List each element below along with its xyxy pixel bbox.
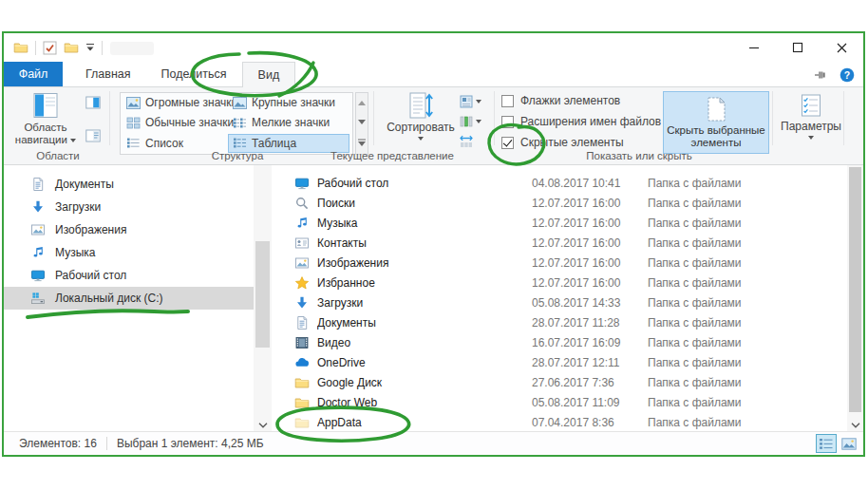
ribbon-group-separator (373, 91, 374, 145)
selection-info: Выбран 1 элемент: 4,25 МБ (117, 437, 264, 450)
folder-icon[interactable] (13, 40, 28, 55)
tab-file[interactable]: Файл (4, 62, 63, 86)
sidebar-item-icon (30, 291, 46, 306)
options-button[interactable]: Параметры (781, 93, 841, 140)
layout-option[interactable]: Крупные значки (228, 93, 349, 112)
items-count: Элементов: 16 (19, 437, 97, 450)
pin-ribbon-icon[interactable] (814, 69, 828, 81)
file-date-modified: 04.08.2017 10:41 (532, 177, 648, 190)
group-by-icon (460, 95, 473, 108)
gallery-more-icon[interactable] (358, 139, 366, 146)
size-columns-icon (459, 135, 474, 148)
minimize-icon (748, 42, 760, 53)
filelist-scrollbar[interactable] (847, 165, 863, 431)
file-icon (294, 196, 310, 211)
navigation-pane: Документы Загрузки Изображения Музыка Ра… (4, 165, 254, 431)
file-type: Папка с файлами (648, 217, 742, 230)
file-row[interactable]: Документы 28.07.2017 11:28 Папка с файла… (272, 312, 847, 332)
tab-share[interactable]: Поделиться (146, 62, 242, 86)
file-date-modified: 07.04.2017 8:36 (532, 416, 648, 429)
tab-view[interactable]: Вид (242, 62, 296, 87)
sort-by-button[interactable]: Сортировать (384, 91, 458, 141)
file-type: Папка с файлами (648, 177, 742, 190)
ribbon-checkbox[interactable]: Флажки элементов (501, 90, 661, 111)
checkbox-icon[interactable] (501, 137, 514, 149)
minimize-button[interactable] (732, 33, 776, 62)
add-columns-button[interactable] (460, 115, 481, 128)
gallery-scroll-up-icon[interactable] (358, 101, 366, 105)
chevron-down-icon[interactable] (258, 423, 268, 428)
chevron-down-icon[interactable] (851, 423, 860, 428)
file-row[interactable]: Видео 16.07.2017 16:09 Папка с файлами (272, 332, 847, 352)
maximize-button[interactable] (776, 33, 820, 62)
gallery-scroll-down-icon[interactable] (358, 120, 366, 124)
sidebar-item[interactable]: Загрузки (4, 196, 254, 218)
layout-option[interactable]: Мелкие значки (228, 113, 349, 132)
layout-option-icon (233, 137, 247, 149)
file-type: Папка с файлами (648, 276, 742, 290)
file-icon (294, 295, 310, 311)
sidebar-scrollbar-thumb[interactable] (255, 241, 270, 348)
sidebar-item[interactable]: Изображения (4, 218, 254, 241)
layout-option[interactable]: Огромные значки (122, 93, 228, 112)
layout-gallery: Огромные значки Крупные значки Обычные з… (120, 92, 353, 155)
folder-icon[interactable] (64, 40, 79, 55)
details-pane-icon[interactable] (85, 129, 101, 142)
file-row[interactable]: Поиски 12.07.2017 16:00 Папка с файлами (272, 193, 847, 213)
ribbon-corner-buttons: ? (814, 62, 855, 87)
layout-option-icon (126, 97, 141, 109)
options-icon (801, 93, 821, 118)
layout-option-label: Таблица (252, 137, 296, 150)
filelist-scrollbar-thumb[interactable] (849, 167, 861, 412)
sort-icon (408, 91, 433, 120)
file-row[interactable]: OneDrive 28.07.2017 12:11 Папка с файлам… (272, 352, 847, 372)
group-label-show-hide: Показать или скрыть (586, 150, 692, 161)
svg-text:?: ? (844, 68, 850, 80)
close-button[interactable] (820, 33, 863, 62)
size-columns-button[interactable] (459, 135, 474, 148)
sidebar-item[interactable]: Документы (4, 173, 254, 196)
sidebar-item-icon (30, 268, 46, 283)
content-area: Документы Загрузки Изображения Музыка Ра… (4, 165, 863, 431)
file-row[interactable]: AppData 07.04.2017 8:36 Папка с файлами (272, 412, 847, 431)
layout-option[interactable]: Обычные значки (122, 113, 228, 132)
file-row[interactable]: Музыка 12.07.2017 16:00 Папка с файлами (272, 213, 847, 233)
quick-access-toolbar (13, 40, 103, 55)
thumbnails-view-button[interactable] (839, 434, 859, 453)
file-name: Doctor Web (317, 396, 532, 409)
checkbox-check-icon[interactable] (43, 41, 57, 55)
sidebar-scrollbar[interactable] (254, 165, 272, 431)
sidebar-item-label: Изображения (55, 223, 126, 236)
file-row[interactable]: Google Диск 27.06.2017 7:36 Папка с файл… (272, 372, 847, 392)
checkbox-icon[interactable] (501, 95, 514, 107)
navigation-pane-button[interactable]: Область навигации (11, 91, 80, 146)
dropdown-arrow-icon (476, 120, 481, 123)
file-row[interactable]: Загрузки 05.08.2017 14:33 Папка с файлам… (272, 292, 847, 312)
file-icon (294, 375, 310, 390)
tab-home[interactable]: Главная (70, 62, 146, 86)
help-icon[interactable]: ? (840, 67, 855, 83)
file-date-modified: 12.07.2017 16:00 (532, 197, 648, 210)
ribbon-checkbox[interactable]: Расширения имен файлов (501, 111, 661, 132)
sidebar-item[interactable]: Рабочий стол (4, 264, 254, 287)
group-by-button[interactable] (460, 95, 481, 108)
file-name: Изображения (317, 256, 532, 270)
file-type: Папка с файлами (648, 256, 742, 270)
checkbox-icon[interactable] (501, 116, 514, 128)
hide-selected-button[interactable]: Скрыть выбранные элементы (663, 91, 769, 154)
file-row[interactable]: Рабочий стол 04.08.2017 10:41 Папка с фа… (272, 173, 847, 193)
qat-chevron-icon[interactable] (85, 43, 95, 52)
sidebar-item-label: Музыка (55, 246, 95, 259)
file-row[interactable]: Doctor Web 05.08.2017 11:09 Папка с файл… (272, 392, 847, 412)
file-date-modified: 05.08.2017 14:33 (532, 296, 648, 310)
preview-pane-icon[interactable] (85, 96, 101, 109)
sidebar-item[interactable]: Локальный диск (C:) (4, 287, 254, 310)
show-hide-checkboxes: Флажки элементов Расширения имен файлов … (501, 90, 661, 153)
file-name: Видео (317, 336, 532, 349)
file-row[interactable]: Изображения 12.07.2017 16:00 Папка с фай… (272, 253, 847, 273)
file-row[interactable]: Контакты 12.07.2017 16:00 Папка с файлам… (272, 233, 847, 253)
file-row[interactable]: Избранное 12.07.2017 16:00 Папка с файла… (272, 273, 847, 292)
sidebar-item[interactable]: Музыка (4, 241, 254, 264)
details-view-button[interactable] (816, 434, 837, 453)
view-switcher (816, 434, 859, 453)
